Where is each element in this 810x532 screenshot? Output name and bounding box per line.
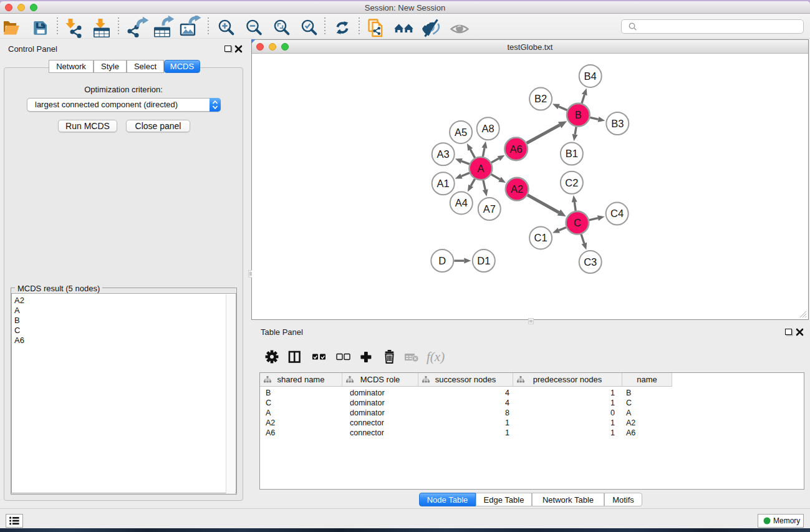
svg-text:B3: B3 [611, 118, 624, 129]
svg-text:B: B [575, 109, 582, 120]
svg-text:A: A [477, 163, 484, 174]
svg-text:D1: D1 [477, 255, 490, 266]
svg-text:A2: A2 [511, 183, 523, 195]
svg-text:B2: B2 [534, 93, 547, 104]
svg-text:C2: C2 [565, 177, 578, 188]
svg-text:C4: C4 [610, 208, 624, 219]
svg-text:f(x): f(x) [427, 349, 445, 364]
svg-text:A4: A4 [455, 197, 468, 208]
svg-text:B1: B1 [566, 148, 578, 159]
svg-text:A5: A5 [455, 127, 467, 138]
svg-text:C: C [574, 217, 581, 228]
svg-text:D: D [438, 255, 446, 266]
svg-text:A6: A6 [510, 143, 523, 155]
svg-text:A8: A8 [482, 123, 494, 134]
svg-text:A3: A3 [437, 148, 450, 160]
svg-text:A7: A7 [483, 203, 496, 215]
svg-text:C3: C3 [584, 256, 597, 268]
svg-text:C1: C1 [534, 232, 547, 243]
svg-text:A1: A1 [437, 178, 450, 189]
svg-text:B4: B4 [584, 70, 597, 82]
